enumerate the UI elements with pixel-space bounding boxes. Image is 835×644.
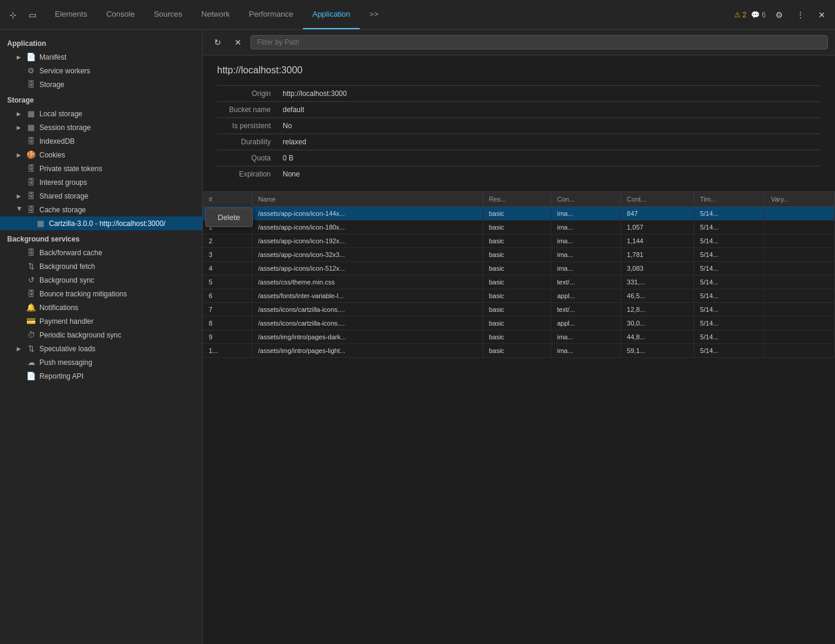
cell-num: 7 [203,303,252,317]
inspect-icon[interactable]: ⊹ [5,7,21,23]
sidebar-item-background-fetch[interactable]: ⇅ Background fetch [0,259,202,273]
ig-icon: 🗄 [26,178,36,187]
table-row[interactable]: 8 /assets/icons/cartzilla-icons.... basi… [203,317,835,330]
tab-elements[interactable]: Elements [45,0,97,29]
sidebar-item-push-messaging[interactable]: ☁ Push messaging [0,355,202,369]
table-row[interactable]: 1 /assets/app-icons/icon-180x... basic i… [203,221,835,234]
sidebar-item-cache-storage[interactable]: ▶ 🗄 Cache storage [0,203,202,216]
cell-con: appl... [551,317,620,330]
sidebar-item-cookies[interactable]: ▶ 🍪 Cookies [0,148,202,162]
cell-vary [765,207,835,221]
cell-cont: 331,... [621,275,694,289]
sidebar-item-private-state-tokens[interactable]: 🗄 Private state tokens [0,162,202,175]
cell-cont: 3,083 [621,262,694,275]
cell-cont: 1,781 [621,248,694,262]
info-row-origin: Origin http://localhost:3000 [217,85,821,101]
cell-con: ima... [551,330,620,344]
sidebar-item-indexeddb[interactable]: 🗄 IndexedDB [0,134,202,148]
sidebar-item-bounce-tracking[interactable]: 🗄 Bounce tracking mitigations [0,287,202,301]
close-icon[interactable]: ✕ [814,7,830,23]
expiration-value: None [283,170,300,178]
cell-con: appl... [551,289,620,303]
storage-app-icon: 🗄 [26,80,36,89]
tab-performance[interactable]: Performance [239,0,302,29]
device-icon[interactable]: ▭ [24,7,41,23]
top-toolbar: ⊹ ▭ Elements Console Sources Network Per… [0,0,835,30]
table-row[interactable]: 3 /assets/app-icons/icon-32x3... basic i… [203,248,835,262]
table-row[interactable]: 6 /assets/fonts/inter-variable-l... basi… [203,289,835,303]
sidebar-item-notifications[interactable]: 🔔 Notifications [0,301,202,314]
sidebar-item-service-workers[interactable]: ⚙ Service workers [0,64,202,78]
sidebar-item-shared-storage[interactable]: ▶ 🗄 Shared storage [0,189,202,203]
tab-console[interactable]: Console [97,0,144,29]
sidebar-item-speculative-loads[interactable]: ▶ ⇅ Speculative loads [0,342,202,355]
cache-table-container: Delete # Name Res... Con... Cont... Tim.… [203,192,835,644]
cell-res: basic [483,248,551,262]
cell-name: /assets/icons/cartzilla-icons.... [252,303,483,317]
refresh-button[interactable]: ↻ [210,35,225,50]
pm-icon: ☁ [26,358,36,367]
sidebar-item-manifest[interactable]: ▶ 📄 Manifest [0,50,202,64]
table-row[interactable]: 4 /assets/app-icons/icon-512x... basic i… [203,262,835,275]
local-storage-label: Local storage [39,110,82,118]
cell-cont: 1,144 [621,234,694,248]
sidebar-item-background-sync[interactable]: ↺ Background sync [0,273,202,287]
cell-name: /assets/app-icons/icon-180x... [252,221,483,234]
bfc-label: Back/forward cache [39,249,102,257]
col-name: Name [252,192,483,207]
error-badge[interactable]: 💬 6 [751,11,766,19]
tab-network[interactable]: Network [192,0,240,29]
cache-table: # Name Res... Con... Cont... Tim... Vary… [203,192,835,358]
expiration-label: Expiration [217,170,283,178]
pst-icon: 🗄 [26,164,36,173]
cell-cont: 30,0... [621,317,694,330]
sidebar-item-session-storage[interactable]: ▶ ▦ Session storage [0,120,202,134]
col-vary: Vary... [765,192,835,207]
sidebar-item-reporting-api[interactable]: 📄 Reporting API [0,369,202,383]
sidebar-item-payment-handler[interactable]: 💳 Payment handler [0,314,202,328]
local-storage-arrow: ▶ [17,111,23,117]
table-row[interactable]: 5 /assets/css/theme.min.css basic text/.… [203,275,835,289]
table-row[interactable]: 9 /assets/img/intro/pages-dark... basic … [203,330,835,344]
sidebar-item-periodic-bg-sync[interactable]: ⏱ Periodic background sync [0,328,202,342]
cell-tim: 5/14... [694,207,765,221]
info-row-expiration: Expiration None [217,166,821,182]
indexeddb-icon: 🗄 [26,137,36,145]
settings-icon[interactable]: ⚙ [771,7,787,23]
notif-icon: 🔔 [26,303,36,312]
cell-cont: 44,8... [621,330,694,344]
tab-application[interactable]: Application [303,0,360,29]
filter-input[interactable] [250,35,828,49]
table-row[interactable]: /assets/app-icons/icon-144x... basic ima… [203,207,835,221]
pm-label: Push messaging [39,358,92,367]
table-row[interactable]: 1... /assets/img/intro/pages-light... ba… [203,344,835,358]
section-storage: Storage [0,91,202,107]
origin-value: http://localhost:3000 [283,89,347,98]
ig-label: Interest groups [39,178,87,187]
sl-label: Speculative loads [39,345,95,353]
durability-label: Durability [217,138,283,146]
cell-cont: 1,057 [621,221,694,234]
cell-num: 6 [203,289,252,303]
more-options-icon[interactable]: ⋮ [792,7,809,23]
warning-badge[interactable]: ⚠ 2 [734,11,747,19]
cell-res: basic [483,289,551,303]
tab-more[interactable]: >> [360,0,388,29]
tab-sources[interactable]: Sources [144,0,192,29]
sidebar-item-storage-app[interactable]: 🗄 Storage [0,78,202,91]
delete-button[interactable]: Delete [205,208,253,227]
cell-con: ima... [551,207,620,221]
table-row[interactable]: 7 /assets/icons/cartzilla-icons.... basi… [203,303,835,317]
clear-filter-button[interactable]: ✕ [230,35,246,50]
sidebar-item-back-forward-cache[interactable]: 🗄 Back/forward cache [0,246,202,259]
main-layout: Application ▶ 📄 Manifest ⚙ Service worke… [0,30,835,644]
persistent-label: Is persistent [217,122,283,130]
sidebar-item-interest-groups[interactable]: 🗄 Interest groups [0,175,202,189]
sl-arrow: ▶ [17,346,23,352]
cookies-label: Cookies [39,151,65,159]
sidebar-item-cartzilla[interactable]: ▦ Cartzilla-3.0.0 - http://localhost:300… [0,216,202,230]
table-row[interactable]: 2 /assets/app-icons/icon-192x... basic i… [203,234,835,248]
sidebar-item-local-storage[interactable]: ▶ ▦ Local storage [0,107,202,120]
cell-res: basic [483,330,551,344]
section-application: Application [0,35,202,50]
